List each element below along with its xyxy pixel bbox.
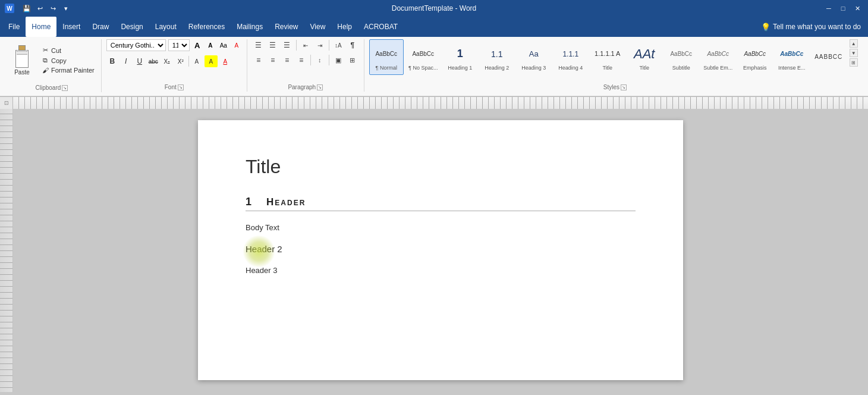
style-no-spacing-preview: AaBbCc bbox=[412, 43, 434, 65]
menu-design[interactable]: Design bbox=[115, 17, 149, 37]
font-color-button[interactable]: A bbox=[219, 55, 231, 67]
style-no-spacing[interactable]: AaBbCc ¶ No Spac... bbox=[406, 39, 441, 75]
bullets-button[interactable]: ☰ bbox=[252, 39, 265, 51]
font-grow-button[interactable]: A bbox=[192, 40, 203, 51]
menu-file[interactable]: File bbox=[2, 17, 26, 37]
font-shrink-button[interactable]: A bbox=[205, 40, 216, 51]
menu-layout[interactable]: Layout bbox=[149, 17, 183, 37]
minimize-button[interactable]: ─ bbox=[823, 2, 835, 14]
bold-button[interactable]: B bbox=[106, 55, 118, 67]
close-button[interactable]: ✕ bbox=[851, 2, 863, 14]
underline-button[interactable]: U bbox=[134, 55, 146, 67]
align-right-button[interactable]: ≡ bbox=[281, 54, 294, 66]
paragraph-group: ☰ ☰ ☰ ⇤ ⇥ ↕A ¶ ≡ ≡ ≡ ≡ ↕ bbox=[247, 39, 364, 92]
tell-me-bar[interactable]: 💡 Tell me what you want to do bbox=[756, 17, 866, 37]
styles-expand-button[interactable]: ↘ bbox=[621, 84, 627, 90]
line-spacing-button[interactable]: ↕ bbox=[313, 54, 326, 66]
font-expand-button[interactable]: ↘ bbox=[178, 84, 184, 90]
sort-button[interactable]: ↕A bbox=[332, 39, 345, 51]
style-caps[interactable]: AABBCC bbox=[812, 39, 846, 75]
paste-button[interactable]: Paste bbox=[7, 39, 37, 81]
align-left-button[interactable]: ≡ bbox=[252, 54, 265, 66]
horizontal-ruler bbox=[13, 97, 868, 109]
window-title: DocumentTemplate - Word bbox=[392, 4, 477, 12]
style-subtle-emphasis[interactable]: AaBbCc Subtle Em... bbox=[701, 39, 735, 75]
heading2-text: Header 2 bbox=[246, 244, 282, 254]
para-row-2: ≡ ≡ ≡ ≡ ↕ ▣ ⊞ bbox=[252, 54, 359, 66]
style-heading3[interactable]: Aa Heading 3 bbox=[517, 39, 551, 75]
style-subtitle-label: Subtitle bbox=[672, 65, 690, 71]
multilevel-button[interactable]: ☰ bbox=[281, 39, 294, 51]
style-title-large[interactable]: 1.1.1.1 A Title bbox=[590, 39, 625, 75]
style-heading3-label: Heading 3 bbox=[521, 65, 546, 71]
style-title-large-preview: 1.1.1.1 A bbox=[595, 43, 620, 65]
menu-mailings[interactable]: Mailings bbox=[231, 17, 269, 37]
clipboard-expand-button[interactable]: ↘ bbox=[62, 85, 68, 91]
para-sep-2 bbox=[329, 40, 329, 51]
style-intense-emphasis-preview: AaBbCc bbox=[780, 43, 803, 65]
document-area: Title 1 Header Body Text Header 2 Header… bbox=[13, 108, 868, 392]
redo-button[interactable]: ↪ bbox=[48, 3, 58, 14]
style-heading4[interactable]: 1.1.1 Heading 4 bbox=[553, 39, 588, 75]
menu-references[interactable]: References bbox=[183, 17, 231, 37]
paragraph-expand-button[interactable]: ↘ bbox=[317, 84, 323, 90]
font-case-button[interactable]: Aa bbox=[218, 40, 229, 51]
styles-expand[interactable]: ⊞ bbox=[850, 58, 858, 67]
font-name-select[interactable]: Century Gothi... bbox=[106, 39, 166, 51]
style-heading2[interactable]: 1.1 Heading 2 bbox=[480, 39, 514, 75]
paragraph-group-content: ☰ ☰ ☰ ⇤ ⇥ ↕A ¶ ≡ ≡ ≡ ≡ ↕ bbox=[252, 39, 359, 83]
style-title-alt-preview: AAt bbox=[634, 43, 655, 65]
cut-button[interactable]: ✂ Cut bbox=[39, 46, 96, 55]
font-separator bbox=[188, 56, 189, 67]
style-subtitle[interactable]: AaBbCc Subtitle bbox=[664, 39, 699, 75]
justify-button[interactable]: ≡ bbox=[295, 54, 308, 66]
menu-insert[interactable]: Insert bbox=[56, 17, 86, 37]
numbering-button[interactable]: ☰ bbox=[266, 39, 279, 51]
styles-scroll-down[interactable]: ▼ bbox=[850, 49, 858, 57]
heading1-number: 1 bbox=[246, 196, 252, 208]
menu-acrobat[interactable]: ACROBAT bbox=[358, 17, 404, 37]
copy-button[interactable]: ⧉ Copy bbox=[39, 56, 96, 65]
format-painter-button[interactable]: 🖌 Format Painter bbox=[39, 66, 96, 74]
style-intense-emphasis[interactable]: AaBbCc Intense E... bbox=[775, 39, 809, 75]
superscript-button[interactable]: X² bbox=[175, 55, 187, 67]
menu-review[interactable]: Review bbox=[269, 17, 304, 37]
italic-button[interactable]: I bbox=[120, 55, 132, 67]
title-bar: W 💾 ↩ ↪ ▾ DocumentTemplate - Word ─ □ ✕ bbox=[0, 0, 868, 17]
indent-decrease-button[interactable]: ⇤ bbox=[299, 39, 312, 51]
menu-view[interactable]: View bbox=[304, 17, 332, 37]
menu-home[interactable]: Home bbox=[26, 17, 56, 37]
borders-button[interactable]: ⊞ bbox=[346, 54, 359, 66]
subscript-button[interactable]: X₂ bbox=[161, 55, 173, 67]
style-heading1[interactable]: 1 Heading 1 bbox=[443, 39, 477, 75]
lightbulb-icon: 💡 bbox=[761, 23, 770, 32]
font-size-select[interactable]: 11 bbox=[168, 39, 190, 51]
style-title-alt[interactable]: AAt Title bbox=[627, 39, 662, 75]
menu-draw[interactable]: Draw bbox=[86, 17, 115, 37]
copy-label: Copy bbox=[51, 57, 67, 64]
shading-button[interactable]: ▣ bbox=[332, 54, 345, 66]
window-controls: ─ □ ✕ bbox=[823, 2, 863, 14]
save-button[interactable]: 💾 bbox=[21, 3, 32, 14]
style-subtitle-preview: AaBbCc bbox=[670, 43, 692, 65]
styles-gallery: AaBbCc ¶ Normal AaBbCc ¶ No Spac... 1 He… bbox=[369, 39, 858, 83]
style-heading2-preview: 1.1 bbox=[491, 43, 502, 65]
main-area: Title 1 Header Body Text Header 2 Header… bbox=[0, 108, 868, 392]
styles-scroll-up[interactable]: ▲ bbox=[850, 39, 858, 48]
indent-increase-button[interactable]: ⇥ bbox=[313, 39, 326, 51]
heading1-text: Header bbox=[266, 196, 306, 208]
restore-button[interactable]: □ bbox=[837, 2, 849, 14]
customize-qa-button[interactable]: ▾ bbox=[61, 3, 71, 14]
style-normal[interactable]: AaBbCc ¶ Normal bbox=[369, 39, 404, 75]
undo-button[interactable]: ↩ bbox=[34, 3, 45, 14]
highlight-color-button[interactable]: A bbox=[205, 55, 218, 67]
clipboard-group-content: Paste ✂ Cut ⧉ Copy 🖌 Format Painter bbox=[7, 39, 96, 83]
text-effects-button[interactable]: A bbox=[191, 55, 203, 67]
style-subtle-emphasis-preview: AaBbCc bbox=[707, 43, 729, 65]
style-emphasis[interactable]: AaBbCc Emphasis bbox=[738, 39, 772, 75]
clear-format-button[interactable]: A bbox=[231, 40, 242, 51]
show-paragraph-button[interactable]: ¶ bbox=[346, 39, 359, 51]
strikethrough-button[interactable]: abc bbox=[147, 55, 159, 67]
menu-help[interactable]: Help bbox=[331, 17, 358, 37]
align-center-button[interactable]: ≡ bbox=[266, 54, 279, 66]
